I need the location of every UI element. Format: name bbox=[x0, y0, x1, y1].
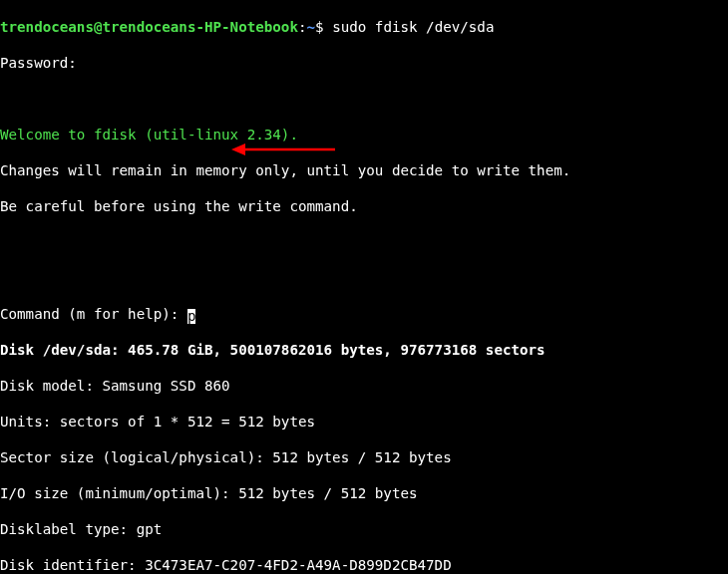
fdisk-intro-1: Changes will remain in memory only, unti… bbox=[0, 161, 728, 179]
disk-model: Disk model: Samsung SSD 860 bbox=[0, 377, 728, 395]
disk-io-size: I/O size (minimum/optimal): 512 bytes / … bbox=[0, 484, 728, 502]
cwd-path: ~ bbox=[307, 19, 316, 35]
user-host: trendoceans@trendoceans-HP-Notebook bbox=[0, 19, 298, 35]
fdisk-welcome: Welcome to fdisk (util-linux 2.34). bbox=[0, 126, 728, 144]
disk-label-type: Disklabel type: gpt bbox=[0, 520, 728, 538]
fdisk-prompt-label: Command (m for help): bbox=[0, 306, 187, 322]
shell-prompt-line: trendoceans@trendoceans-HP-Notebook:~$ s… bbox=[0, 18, 728, 36]
disk-sector-size: Sector size (logical/physical): 512 byte… bbox=[0, 448, 728, 466]
blank-line bbox=[0, 269, 728, 287]
password-prompt: Password: bbox=[0, 54, 728, 72]
colon: : bbox=[298, 19, 307, 35]
disk-units: Units: sectors of 1 * 512 = 512 bytes bbox=[0, 413, 728, 430]
blank-line bbox=[0, 90, 728, 108]
fdisk-command-prompt[interactable]: Command (m for help): p bbox=[0, 305, 728, 323]
terminal-output[interactable]: trendoceans@trendoceans-HP-Notebook:~$ s… bbox=[0, 0, 728, 574]
fdisk-input-p[interactable]: p bbox=[187, 309, 196, 324]
blank-line bbox=[0, 233, 728, 251]
disk-header: Disk /dev/sda: 465.78 GiB, 500107862016 … bbox=[0, 341, 728, 359]
typed-command: sudo fdisk /dev/sda bbox=[332, 19, 494, 35]
disk-identifier: Disk identifier: 3C473EA7-C207-4FD2-A49A… bbox=[0, 556, 728, 574]
fdisk-intro-2: Be careful before using the write comman… bbox=[0, 197, 728, 215]
dollar: $ bbox=[315, 19, 324, 35]
